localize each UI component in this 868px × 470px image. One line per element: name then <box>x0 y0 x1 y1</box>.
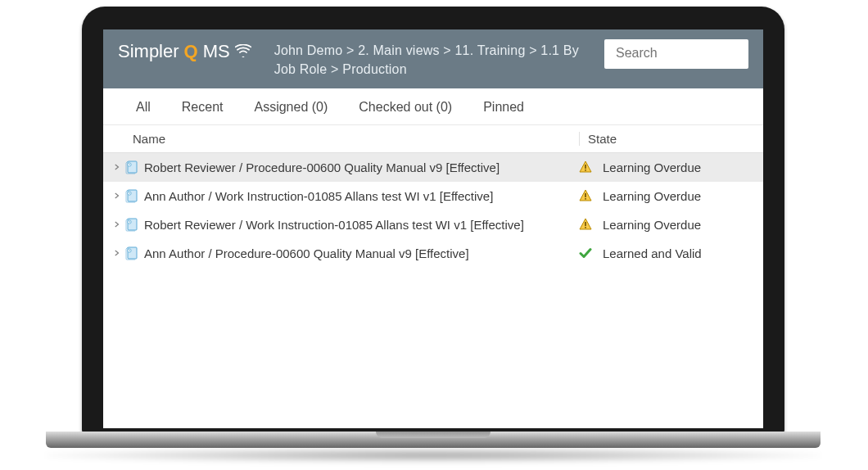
logo-accent: Q <box>184 41 198 62</box>
svg-rect-2 <box>585 165 586 169</box>
svg-rect-11 <box>585 227 586 228</box>
table-row[interactable]: Robert Reviewer / Work Instruction-01085… <box>103 210 763 239</box>
table-row[interactable]: Robert Reviewer / Procedure-00600 Qualit… <box>103 153 763 182</box>
column-header-state[interactable]: State <box>580 132 763 146</box>
svg-rect-6 <box>585 193 586 197</box>
row-name: Robert Reviewer / Procedure-00600 Qualit… <box>142 160 573 174</box>
breadcrumb[interactable]: John Demo > 2. Main views > 11. Training… <box>268 38 588 79</box>
tab-recent[interactable]: Recent <box>182 100 224 115</box>
svg-rect-3 <box>585 169 586 171</box>
tab-pinned[interactable]: Pinned <box>483 100 524 115</box>
logo-suffix: MS <box>203 41 230 62</box>
row-state: Learning Overdue <box>594 189 763 203</box>
warning-icon <box>573 160 594 174</box>
laptop-frame: SimplerQMS John Demo > 2. Main views > 1… <box>82 7 784 436</box>
row-name: Robert Reviewer / Work Instruction-01085… <box>142 218 573 232</box>
row-state: Learned and Valid <box>594 246 763 260</box>
document-icon <box>124 188 142 203</box>
laptop-base <box>46 432 821 448</box>
chevron-right-icon[interactable] <box>115 192 124 200</box>
search-input[interactable] <box>616 46 737 61</box>
tab-checked-out[interactable]: Checked out (0) <box>359 100 452 115</box>
laptop-shadow <box>46 448 821 463</box>
check-icon <box>573 246 594 260</box>
tab-assigned[interactable]: Assigned (0) <box>254 100 328 115</box>
warning-icon <box>573 189 594 202</box>
document-icon <box>124 160 142 174</box>
chevron-right-icon[interactable] <box>115 220 124 228</box>
document-icon <box>124 246 142 260</box>
rows-container: Robert Reviewer / Procedure-00600 Qualit… <box>103 153 763 268</box>
table-row[interactable]: Ann Author / Work Instruction-01085 Alla… <box>103 182 763 210</box>
row-name: Ann Author / Procedure-00600 Quality Man… <box>142 246 573 260</box>
table-header: Name State <box>103 125 763 153</box>
table-row[interactable]: Ann Author / Procedure-00600 Quality Man… <box>103 239 763 268</box>
logo-prefix: Simpler <box>118 41 179 62</box>
app-screen: SimplerQMS John Demo > 2. Main views > 1… <box>103 29 763 428</box>
search-box[interactable] <box>604 39 748 69</box>
document-icon <box>124 217 142 232</box>
logo[interactable]: SimplerQMS <box>118 38 251 62</box>
tabs-bar: All Recent Assigned (0) Checked out (0) … <box>103 88 763 125</box>
tab-all[interactable]: All <box>136 100 151 115</box>
row-name: Ann Author / Work Instruction-01085 Alla… <box>142 189 573 203</box>
warning-icon <box>573 218 594 231</box>
row-state: Learning Overdue <box>594 218 763 232</box>
chevron-right-icon[interactable] <box>115 249 124 257</box>
header-bar: SimplerQMS John Demo > 2. Main views > 1… <box>103 29 763 88</box>
column-header-name[interactable]: Name <box>133 132 580 146</box>
svg-rect-10 <box>585 222 586 226</box>
row-state: Learning Overdue <box>594 160 763 174</box>
svg-rect-7 <box>585 198 586 200</box>
wifi-icon <box>235 41 251 62</box>
chevron-right-icon[interactable] <box>115 163 124 171</box>
